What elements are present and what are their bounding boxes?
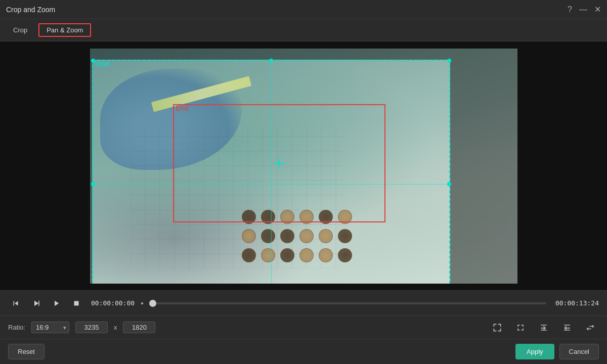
well (242, 248, 256, 262)
playhead-dot: ● (141, 300, 144, 306)
tab-crop[interactable]: Crop (6, 24, 34, 36)
well (261, 210, 275, 224)
reset-button[interactable]: Reset (8, 344, 45, 359)
well (319, 248, 333, 262)
window-controls: ? — ✕ (568, 6, 601, 14)
window-title: Crop and Zoom (6, 6, 55, 14)
close-button[interactable]: ✕ (594, 6, 601, 14)
minimize-button[interactable]: — (579, 6, 587, 14)
action-buttons: Apply Cancel (515, 344, 599, 359)
titlebar: Crop and Zoom ? — ✕ (0, 0, 607, 19)
video-container: Start End (0, 41, 607, 290)
well (261, 248, 275, 262)
fit-to-frame-button[interactable] (489, 321, 506, 335)
tab-bar: Crop Pan & Zoom (0, 19, 607, 41)
ratio-select[interactable]: 16:9 4:3 1:1 Custom (31, 322, 69, 333)
well (338, 248, 352, 262)
action-row: Reset Apply Cancel (0, 339, 607, 364)
svg-rect-1 (74, 301, 79, 305)
well (280, 210, 294, 224)
well (242, 210, 256, 224)
well (280, 248, 294, 262)
ratio-select-wrap: 16:9 4:3 1:1 Custom (31, 322, 69, 333)
play-frame-button[interactable] (28, 297, 44, 310)
svg-rect-0 (38, 300, 39, 306)
overlay-top (90, 49, 517, 60)
well (338, 210, 352, 224)
well (242, 229, 256, 243)
lab-wells (242, 210, 353, 263)
well (299, 210, 314, 224)
video-frame[interactable]: Start End (90, 49, 517, 284)
well (338, 229, 352, 243)
dimension-x: x (114, 324, 117, 331)
stop-button[interactable] (69, 297, 84, 310)
controls-row: Ratio: 16:9 4:3 1:1 Custom x (0, 315, 607, 339)
well (280, 229, 294, 243)
main-area: Start End (0, 41, 607, 364)
well (319, 229, 333, 243)
time-current: 00:00:00:00 (91, 299, 135, 307)
step-back-button[interactable] (8, 297, 23, 310)
time-end: 00:00:13:24 (555, 299, 599, 307)
tab-pan-zoom[interactable]: Pan & Zoom (38, 23, 91, 37)
well (299, 248, 314, 262)
well (299, 229, 314, 243)
fullscreen-button[interactable] (512, 321, 529, 335)
swap-button[interactable] (582, 321, 599, 335)
overlay-right (450, 60, 517, 284)
timeline-track[interactable] (153, 302, 546, 304)
height-input[interactable] (123, 322, 155, 333)
timeline-thumb[interactable] (149, 300, 156, 307)
cancel-button[interactable]: Cancel (559, 344, 599, 359)
well (261, 229, 275, 243)
apply-button[interactable]: Apply (515, 344, 554, 359)
width-input[interactable] (75, 322, 108, 333)
help-button[interactable]: ? (568, 6, 572, 14)
align-start-button[interactable] (558, 321, 576, 335)
align-end-button[interactable] (535, 321, 552, 335)
play-button[interactable] (49, 297, 64, 310)
transport-bar: 00:00:00:00 ● 00:00:13:24 (0, 290, 607, 315)
ratio-label: Ratio: (8, 324, 25, 331)
overlay-left (90, 60, 92, 284)
well (319, 210, 333, 224)
